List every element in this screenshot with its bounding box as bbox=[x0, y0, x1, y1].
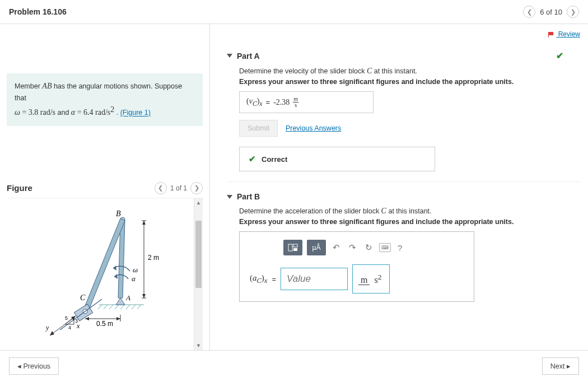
part-a-description: Determine the velocity of the slider blo… bbox=[239, 67, 580, 76]
part-b-value-input[interactable] bbox=[281, 268, 348, 290]
svg-marker-30 bbox=[50, 331, 54, 336]
svg-text:3: 3 bbox=[75, 318, 78, 324]
reset-button[interactable]: ↻ bbox=[363, 243, 375, 253]
svg-line-15 bbox=[60, 299, 102, 330]
svg-marker-16 bbox=[113, 265, 116, 271]
caret-down-icon bbox=[227, 54, 232, 58]
figure-next-button[interactable]: ❯ bbox=[190, 182, 203, 194]
part-b-instructions: Express your answer to three significant… bbox=[239, 218, 580, 226]
svg-line-5 bbox=[120, 305, 124, 309]
svg-line-6 bbox=[126, 305, 130, 309]
svg-text:ω: ω bbox=[133, 265, 138, 274]
figure-prev-button[interactable]: ❮ bbox=[155, 182, 167, 194]
figure-heading: Figure bbox=[7, 183, 32, 193]
svg-line-1 bbox=[98, 305, 102, 309]
part-a-feedback: ✔ Correct bbox=[239, 147, 435, 171]
undo-button[interactable]: ↶ bbox=[330, 243, 342, 253]
part-a-answer-box: (vC)x = -2.38 ms bbox=[239, 91, 374, 113]
keyboard-button[interactable]: ⌨ bbox=[379, 243, 391, 252]
figure-image: B C A ω α 2 m 0.5 m x y 5 3 4 ▲ ▼ bbox=[7, 198, 203, 350]
part-a-header[interactable]: Part A ✔ bbox=[227, 50, 580, 61]
svg-rect-46 bbox=[293, 248, 297, 251]
previous-page-button[interactable]: ◂ Previous bbox=[9, 357, 59, 375]
svg-text:α: α bbox=[132, 274, 136, 283]
svg-text:B: B bbox=[116, 209, 121, 218]
svg-marker-17 bbox=[114, 274, 118, 279]
svg-marker-9 bbox=[116, 298, 125, 305]
prev-problem-button[interactable]: ❮ bbox=[523, 6, 535, 18]
flag-icon bbox=[548, 32, 555, 38]
svg-marker-24 bbox=[85, 317, 89, 320]
problem-prompt: Member AB has the angular motions shown.… bbox=[7, 73, 203, 126]
part-b-units-input[interactable]: m s2 bbox=[352, 264, 390, 294]
figure-scrollbar[interactable]: ▲ ▼ bbox=[194, 198, 203, 350]
svg-line-2 bbox=[104, 305, 108, 309]
svg-marker-22 bbox=[142, 294, 146, 298]
part-a-value: -2.38 bbox=[273, 98, 290, 107]
part-a-previous-answers-link[interactable]: Previous Answers bbox=[286, 124, 341, 132]
svg-line-3 bbox=[109, 305, 113, 309]
review-link[interactable]: Review bbox=[548, 30, 580, 38]
svg-rect-44 bbox=[288, 244, 292, 251]
svg-text:5: 5 bbox=[65, 315, 68, 321]
part-b-title: Part B bbox=[237, 192, 260, 201]
problem-position: 6 of 10 bbox=[540, 8, 562, 16]
svg-line-4 bbox=[115, 305, 119, 309]
scroll-thumb[interactable] bbox=[195, 221, 202, 288]
part-b-description: Determine the acceleration of the slider… bbox=[239, 207, 580, 216]
check-icon: ✔ bbox=[249, 154, 256, 164]
part-a-submit-button: Submit bbox=[239, 120, 278, 137]
redo-button[interactable]: ↷ bbox=[347, 243, 358, 253]
svg-marker-25 bbox=[116, 317, 120, 320]
svg-marker-21 bbox=[142, 221, 146, 225]
svg-text:y: y bbox=[45, 324, 49, 332]
svg-text:C: C bbox=[80, 294, 86, 302]
problem-title: Problem 16.106 bbox=[9, 7, 67, 16]
svg-text:A: A bbox=[125, 294, 130, 302]
scroll-down-icon[interactable]: ▼ bbox=[194, 341, 203, 350]
part-a-units: ms bbox=[293, 96, 298, 108]
part-a-instructions: Express your answer to three significant… bbox=[239, 78, 580, 86]
units-tool-button[interactable]: µÅ bbox=[307, 240, 326, 255]
part-a-title: Part A bbox=[237, 52, 260, 60]
svg-line-7 bbox=[132, 305, 136, 309]
help-button[interactable]: ? bbox=[395, 243, 404, 253]
part-a-complete-icon: ✔ bbox=[556, 50, 563, 61]
svg-rect-45 bbox=[293, 244, 297, 247]
svg-line-8 bbox=[137, 305, 141, 309]
next-page-button[interactable]: Next ▸ bbox=[542, 357, 579, 375]
figure-position: 1 of 1 bbox=[170, 184, 187, 192]
svg-text:4: 4 bbox=[68, 325, 71, 330]
svg-text:2 m: 2 m bbox=[148, 254, 159, 262]
scroll-up-icon[interactable]: ▲ bbox=[194, 198, 203, 207]
caret-down-icon bbox=[227, 195, 232, 199]
part-b-header[interactable]: Part B bbox=[227, 192, 580, 201]
templates-tool-button[interactable] bbox=[283, 240, 302, 255]
next-problem-button[interactable]: ❯ bbox=[567, 6, 579, 18]
part-b-input-area: µÅ ↶ ↷ ↻ ⌨ ? (aC)x = m s2 bbox=[239, 231, 474, 302]
svg-text:0.5 m: 0.5 m bbox=[96, 320, 113, 328]
figure-link[interactable]: (Figure 1) bbox=[120, 109, 151, 117]
